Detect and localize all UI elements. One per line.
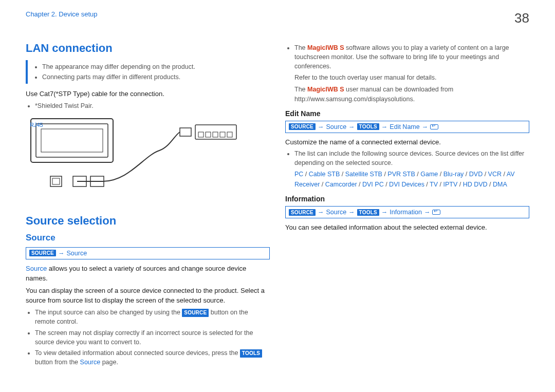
svg-rect-9 bbox=[180, 128, 191, 136]
text: The bbox=[294, 44, 307, 51]
svg-rect-4 bbox=[198, 132, 203, 137]
text: The bbox=[294, 86, 307, 93]
separator: / bbox=[483, 171, 488, 178]
separator: / bbox=[415, 171, 420, 178]
text: page. bbox=[100, 359, 118, 366]
svg-rect-8 bbox=[227, 132, 232, 137]
source-nav-box: SOURCE → Source bbox=[26, 247, 270, 259]
source-button-icon: SOURCE bbox=[182, 309, 209, 318]
source-button-icon: SOURCE bbox=[29, 250, 56, 256]
separator: / bbox=[357, 181, 362, 188]
svg-rect-6 bbox=[213, 132, 218, 137]
lan-heading: LAN connection bbox=[26, 42, 270, 55]
arrow-icon: → bbox=[381, 123, 388, 130]
arrow-icon: → bbox=[318, 123, 324, 130]
arrow-icon: → bbox=[422, 123, 429, 130]
lan-note-item: The appearance may differ depending on t… bbox=[42, 62, 270, 71]
device-item: IPTV bbox=[443, 181, 458, 188]
lan-diagram: RJ45 bbox=[26, 115, 270, 205]
device-list: PC / Cable STB / Satellite STB / PVR STB… bbox=[294, 169, 529, 190]
arrow-icon: → bbox=[424, 209, 431, 216]
svg-rect-10 bbox=[50, 176, 62, 186]
chapter-label: Chapter 2. Device setup bbox=[26, 10, 97, 18]
tools-button-icon: TOOLS bbox=[357, 123, 379, 130]
tools-button-icon: TOOLS bbox=[240, 349, 262, 358]
text: button from the bbox=[35, 359, 80, 366]
magiciwb-bullet: The MagicIWB S software allows you to pl… bbox=[294, 43, 529, 71]
svg-rect-5 bbox=[206, 132, 211, 137]
rj45-label: RJ45 bbox=[30, 122, 50, 128]
source-subheading: Source bbox=[26, 233, 270, 243]
information-heading: Information bbox=[285, 195, 529, 203]
lan-note-box: The appearance may differ depending on t… bbox=[26, 60, 270, 84]
separator: / bbox=[438, 181, 443, 188]
svg-rect-7 bbox=[220, 132, 225, 137]
device-item: DVI Devices bbox=[389, 181, 424, 188]
magiciwb-label: MagicIWB S bbox=[307, 86, 344, 93]
enter-icon bbox=[430, 124, 438, 129]
source-bullet-1: The input source can also be changed by … bbox=[35, 308, 270, 327]
source-para-1: Source allows you to select a variety of… bbox=[26, 264, 270, 284]
enter-icon bbox=[432, 210, 440, 215]
nav-text: Source bbox=[326, 209, 346, 216]
device-item: Game bbox=[420, 171, 438, 178]
source-button-icon: SOURCE bbox=[289, 123, 316, 130]
device-item: DVD bbox=[469, 171, 483, 178]
separator: / bbox=[303, 171, 308, 178]
arrow-icon: → bbox=[348, 209, 355, 216]
source-bullet-2: The screen may not display correctly if … bbox=[35, 328, 270, 347]
separator: / bbox=[488, 181, 493, 188]
edit-name-bullet: The list can include the following sourc… bbox=[294, 149, 529, 167]
source-word: Source bbox=[26, 265, 47, 272]
device-item: DVI PC bbox=[362, 181, 384, 188]
device-item: VCR bbox=[488, 171, 502, 178]
separator: / bbox=[320, 181, 325, 188]
magiciwb-download: The MagicIWB S user manual can be downlo… bbox=[294, 85, 529, 104]
device-item: TV bbox=[430, 181, 438, 188]
nav-text: Edit Name bbox=[390, 123, 419, 130]
information-nav-box: SOURCE → Source → TOOLS → Information → bbox=[285, 206, 529, 218]
separator: / bbox=[382, 171, 387, 178]
touch-overlay-ref: Refer to the touch overlay user manual f… bbox=[294, 73, 529, 83]
device-item: HD DVD bbox=[463, 181, 488, 188]
separator: / bbox=[424, 181, 430, 188]
source-bullet-3: To view detailed information about conne… bbox=[35, 348, 270, 367]
source-para-2: You can display the screen of a source d… bbox=[26, 286, 270, 306]
separator: / bbox=[384, 181, 389, 188]
separator: / bbox=[457, 181, 462, 188]
right-column: The MagicIWB S software allows you to pl… bbox=[285, 42, 529, 368]
edit-name-heading: Edit Name bbox=[285, 109, 529, 118]
device-item: PC bbox=[294, 171, 303, 178]
magiciwb-label: MagicIWB S bbox=[307, 44, 344, 51]
separator: / bbox=[438, 171, 443, 178]
information-desc: You can see detailed information about t… bbox=[285, 222, 529, 233]
source-nav-text: Source bbox=[66, 250, 87, 257]
source-word: Source bbox=[80, 359, 101, 366]
text: To view detailed information about conne… bbox=[35, 349, 240, 357]
device-item: Satellite STB bbox=[345, 171, 382, 178]
stp-note: *Shielded Twist Pair. bbox=[35, 101, 270, 110]
nav-text: Information bbox=[390, 209, 422, 216]
source-para-1-rest: allows you to select a variety of source… bbox=[26, 265, 246, 283]
svg-rect-11 bbox=[52, 178, 60, 184]
separator: / bbox=[502, 171, 507, 178]
source-button-icon: SOURCE bbox=[289, 209, 316, 216]
text: The input source can also be changed by … bbox=[35, 309, 182, 316]
cable-instruction: Use Cat7(*STP Type) cable for the connec… bbox=[26, 89, 270, 99]
arrow-icon: → bbox=[318, 209, 324, 216]
edit-name-desc: Customize the name of a connected extern… bbox=[285, 137, 529, 147]
source-selection-heading: Source selection bbox=[26, 214, 270, 228]
separator: / bbox=[340, 171, 345, 178]
arrow-icon: → bbox=[58, 250, 65, 257]
left-column: LAN connection The appearance may differ… bbox=[26, 42, 270, 368]
arrow-icon: → bbox=[348, 123, 355, 130]
device-item: DMA bbox=[493, 181, 507, 188]
device-item: Camcorder bbox=[325, 181, 357, 188]
separator: / bbox=[464, 171, 469, 178]
lan-note-item: Connecting parts may differ in different… bbox=[42, 72, 270, 82]
device-item: PVR STB bbox=[387, 171, 415, 178]
tools-button-icon: TOOLS bbox=[357, 209, 379, 216]
edit-name-nav-box: SOURCE → Source → TOOLS → Edit Name → bbox=[285, 121, 529, 133]
lan-diagram-svg bbox=[26, 115, 242, 197]
svg-rect-2 bbox=[41, 129, 103, 152]
